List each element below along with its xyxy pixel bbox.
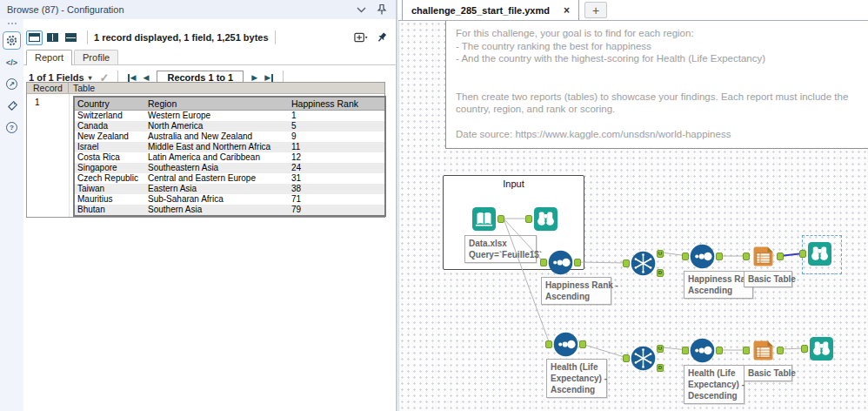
drag-handle-dots-icon[interactable] — [8, 23, 17, 24]
workflow-canvas[interactable]: For this challenge, your goal is to find… — [398, 21, 868, 411]
tab-close-icon[interactable]: × — [564, 4, 570, 17]
last-record-button[interactable]: ▶ — [264, 73, 273, 82]
pin-toolbar-icon[interactable] — [375, 30, 389, 44]
table-cell[interactable]: Australia and New Zealand — [145, 131, 289, 142]
next-record-button[interactable]: ▶ — [251, 73, 257, 82]
table-row[interactable]: MauritiusSub-Saharan Africa71 — [74, 194, 385, 205]
input-anchor[interactable] — [540, 259, 547, 266]
prev-record-button[interactable]: ◀ — [143, 73, 149, 82]
column-header-region[interactable]: Region — [145, 97, 289, 111]
help-icon[interactable]: ? — [3, 118, 21, 137]
output-anchor[interactable] — [716, 253, 723, 260]
input-anchor[interactable] — [525, 215, 532, 223]
sort3-caption[interactable]: Health (Life Expectancy) - Ascending — [546, 359, 607, 398]
table-row[interactable]: TaiwanEastern Asia38 — [74, 184, 385, 194]
table-cell[interactable]: Central and Eastern Europe — [145, 173, 289, 184]
first-record-button[interactable]: ◀ — [128, 73, 137, 82]
record-column-header[interactable]: Record — [27, 83, 69, 93]
sort-tool-happiness-asc[interactable] — [548, 250, 573, 275]
table-cell[interactable]: Singapore — [74, 163, 145, 173]
table-row[interactable]: IsraelMiddle East and Northern Africa11 — [74, 142, 385, 152]
table-column-header[interactable]: Table — [69, 83, 95, 93]
browse-tool-bottom[interactable] — [809, 336, 834, 361]
input-anchor[interactable] — [799, 250, 806, 258]
duplicate-output-anchor[interactable]: D — [657, 364, 664, 372]
table-cell[interactable]: 31 — [289, 173, 385, 184]
table-cell[interactable]: 71 — [289, 194, 385, 205]
tag-icon[interactable] — [3, 97, 21, 115]
connection-wire[interactable] — [582, 344, 627, 358]
table-row[interactable]: CanadaNorth America5 — [74, 121, 385, 131]
input-anchor[interactable] — [682, 253, 689, 260]
browse-tool-input[interactable] — [533, 206, 558, 232]
table-cell[interactable]: 9 — [289, 131, 385, 142]
unique-tool-bottom[interactable]: U D — [631, 346, 656, 371]
table-row[interactable]: SingaporeSoutheastern Asia24 — [74, 163, 385, 173]
sort-tool-health-asc[interactable] — [553, 332, 578, 357]
comment-box[interactable]: For this challenge, your goal is to find… — [445, 21, 868, 149]
unique-output-anchor[interactable]: U — [657, 345, 664, 353]
tab-report[interactable]: Report — [26, 50, 72, 65]
sort2-caption[interactable]: Happiness Rank Ascending — [684, 271, 753, 299]
table-cell[interactable]: North America — [145, 121, 289, 131]
duplicate-output-anchor[interactable]: D — [657, 269, 664, 277]
sort4-caption[interactable]: Health (Life Expectancy) - Descending — [684, 365, 744, 404]
column-header-country[interactable]: Country — [74, 97, 145, 111]
basic-table-tool-top[interactable] — [751, 244, 776, 269]
input-data-caption[interactable]: Data.xlsx Query=`Feuille1$` — [464, 235, 537, 263]
table-cell[interactable]: Southeastern Asia — [145, 163, 289, 173]
table-row[interactable]: New ZealandAustralia and New Zealand9 — [74, 131, 385, 142]
table-row[interactable]: Costa RicaLatin America and Caribbean12 — [74, 152, 385, 163]
input-anchor[interactable] — [623, 259, 630, 267]
sort-tool-health-desc[interactable] — [690, 338, 715, 363]
output-anchor[interactable] — [716, 347, 723, 354]
code-annotation-icon[interactable]: </> — [3, 53, 21, 71]
table-cell[interactable]: 1 — [289, 111, 385, 122]
unique-output-anchor[interactable]: U — [657, 250, 664, 258]
table-cell[interactable]: 38 — [289, 184, 385, 194]
output-anchor[interactable] — [574, 259, 581, 266]
table-cell[interactable]: Switzerland — [74, 111, 145, 122]
table-cell[interactable]: Eastern Asia — [145, 184, 289, 194]
table-row[interactable]: Czech RepublicCentral and Eastern Europe… — [74, 173, 385, 184]
collapse-chevron-icon[interactable] — [354, 3, 368, 17]
table-cell[interactable]: Canada — [74, 121, 145, 131]
table-row[interactable]: BhutanSouthern Asia79 — [74, 205, 385, 216]
record-number[interactable]: 1 — [35, 98, 40, 107]
table-cell[interactable]: Mauritius — [74, 194, 145, 205]
sort-tool-happiness-asc-2[interactable] — [690, 244, 715, 269]
output-anchor[interactable] — [497, 215, 504, 223]
browse-tool-top-selected[interactable] — [807, 241, 832, 266]
open-new-window-icon[interactable] — [354, 30, 368, 44]
table-cell[interactable]: Bhutan — [74, 205, 145, 216]
table-cell[interactable]: Sub-Saharan Africa — [145, 194, 289, 205]
table-cell[interactable]: New Zealand — [74, 131, 145, 142]
input-data-tool[interactable] — [471, 206, 497, 232]
table-cell[interactable]: Southern Asia — [145, 205, 289, 216]
input-anchor[interactable] — [801, 345, 808, 353]
input-anchor[interactable] — [743, 253, 750, 260]
pin-panel-icon[interactable] — [375, 3, 389, 17]
output-anchor[interactable] — [777, 347, 784, 354]
table-cell[interactable]: Western Europe — [145, 111, 289, 122]
output-anchor[interactable] — [777, 253, 784, 260]
table-cell[interactable]: Czech Republic — [74, 173, 145, 184]
configuration-gear-icon[interactable] — [3, 31, 21, 50]
table-cell[interactable]: Taiwan — [74, 184, 145, 194]
workflow-tab[interactable]: challenge_285_start_file.yxmd × — [402, 0, 579, 20]
layout-single-pane-button[interactable] — [26, 30, 43, 45]
table2-caption[interactable]: Basic Table — [744, 365, 792, 381]
input-anchor[interactable] — [545, 340, 552, 348]
input-anchor[interactable] — [682, 347, 689, 354]
open-in-window-icon[interactable]: ↗ — [3, 75, 21, 93]
table-cell[interactable]: 79 — [289, 205, 385, 216]
layout-horizontal-split-button[interactable] — [63, 30, 79, 45]
sort1-caption[interactable]: Happiness Rank - Ascending — [541, 277, 611, 305]
new-tab-button[interactable]: + — [584, 2, 607, 18]
table1-caption[interactable]: Basic Table — [744, 271, 792, 287]
input-anchor[interactable] — [743, 347, 750, 354]
column-header-happiness-rank[interactable]: Happiness Rank — [289, 97, 385, 111]
tab-profile[interactable]: Profile — [74, 50, 118, 64]
table-cell[interactable]: Middle East and Northern Africa — [145, 142, 289, 152]
table-cell[interactable]: Israel — [74, 142, 145, 152]
